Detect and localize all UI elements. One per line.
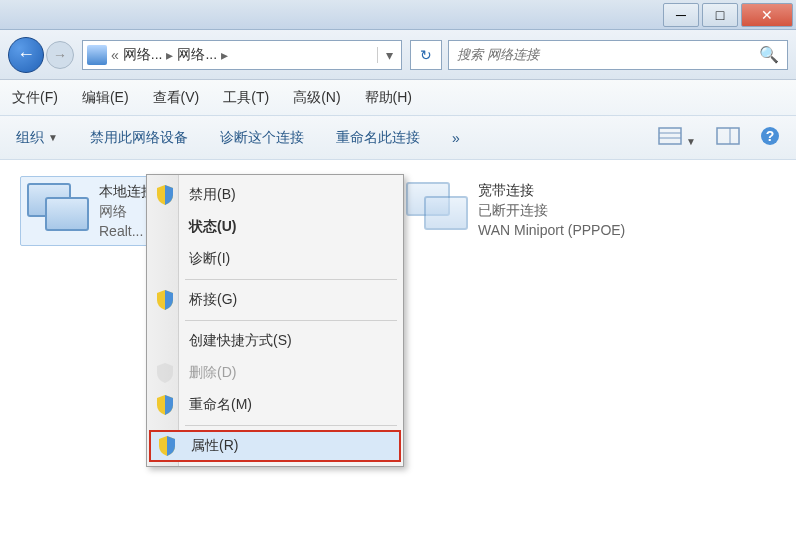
organize-label: 组织 — [16, 129, 44, 147]
navigation-bar: ← → « 网络... ▸ 网络... ▸ ▾ ↻ 🔍 — [0, 30, 796, 80]
ctx-label: 重命名(M) — [189, 396, 252, 414]
ctx-label: 创建快捷方式(S) — [189, 332, 292, 350]
shield-icon — [156, 185, 174, 205]
chevron-right-icon[interactable]: ▸ — [164, 47, 175, 63]
view-options-icon[interactable]: ▼ — [658, 127, 696, 148]
shield-icon — [156, 290, 174, 310]
menu-help[interactable]: 帮助(H) — [365, 89, 412, 107]
network-adapter-icon — [27, 183, 91, 239]
command-bar: 组织 ▼ 禁用此网络设备 诊断这个连接 重命名此连接 » ▼ ? — [0, 116, 796, 160]
ctx-disable[interactable]: 禁用(B) — [149, 179, 401, 211]
search-input[interactable] — [457, 47, 759, 62]
breadcrumb-item[interactable]: 网络... — [177, 46, 217, 64]
chevron-down-icon: ▼ — [48, 132, 58, 143]
close-button[interactable]: ✕ — [741, 3, 793, 27]
chevron-down-icon: ▼ — [686, 136, 696, 147]
breadcrumb-dropdown[interactable]: ▾ — [377, 47, 401, 63]
ctx-label: 属性(R) — [191, 437, 238, 455]
ctx-label: 桥接(G) — [189, 291, 237, 309]
search-box[interactable]: 🔍 — [448, 40, 788, 70]
shield-icon — [156, 395, 174, 415]
separator — [185, 320, 397, 321]
menu-tools[interactable]: 工具(T) — [223, 89, 269, 107]
menu-view[interactable]: 查看(V) — [153, 89, 200, 107]
minimize-button[interactable]: ─ — [663, 3, 699, 27]
network-adapter-icon — [406, 182, 470, 238]
ctx-diagnose[interactable]: 诊断(I) — [149, 243, 401, 275]
forward-button[interactable]: → — [46, 41, 74, 69]
breadcrumb-sep: « — [109, 47, 121, 63]
menu-edit[interactable]: 编辑(E) — [82, 89, 129, 107]
separator — [185, 425, 397, 426]
disable-device-button[interactable]: 禁用此网络设备 — [90, 129, 188, 147]
ctx-rename[interactable]: 重命名(M) — [149, 389, 401, 421]
ctx-bridge[interactable]: 桥接(G) — [149, 284, 401, 316]
maximize-button[interactable]: □ — [702, 3, 738, 27]
shield-icon — [156, 363, 174, 383]
breadcrumb[interactable]: « 网络... ▸ 网络... ▸ ▾ — [82, 40, 402, 70]
diagnose-button[interactable]: 诊断这个连接 — [220, 129, 304, 147]
ctx-delete: 删除(D) — [149, 357, 401, 389]
chevron-right-icon[interactable]: ▸ — [219, 47, 230, 63]
connection-device: WAN Miniport (PPPOE) — [478, 222, 625, 238]
menu-file[interactable]: 文件(F) — [12, 89, 58, 107]
refresh-button[interactable]: ↻ — [410, 40, 442, 70]
svg-rect-0 — [659, 128, 681, 144]
window-titlebar: ─ □ ✕ — [0, 0, 796, 30]
network-icon — [87, 45, 107, 65]
svg-text:?: ? — [766, 128, 775, 144]
ctx-label: 删除(D) — [189, 364, 236, 382]
ctx-label: 禁用(B) — [189, 186, 236, 204]
connection-title: 宽带连接 — [478, 182, 625, 200]
organize-button[interactable]: 组织 ▼ — [16, 129, 58, 147]
shield-icon — [158, 436, 176, 456]
connection-broadband[interactable]: 宽带连接 已断开连接 WAN Miniport (PPPOE) — [400, 176, 740, 246]
ctx-properties[interactable]: 属性(R) — [149, 430, 401, 462]
help-icon[interactable]: ? — [760, 126, 780, 149]
svg-rect-3 — [717, 128, 739, 144]
connection-status: 已断开连接 — [478, 202, 625, 220]
ctx-status[interactable]: 状态(U) — [149, 211, 401, 243]
breadcrumb-item[interactable]: 网络... — [123, 46, 163, 64]
overflow-button[interactable]: » — [452, 130, 460, 146]
content-area: 本地连接 网络 Realt... 宽带连接 已断开连接 WAN Miniport… — [0, 160, 796, 556]
ctx-label: 诊断(I) — [189, 250, 230, 268]
preview-pane-icon[interactable] — [716, 127, 740, 148]
separator — [185, 279, 397, 280]
ctx-label: 状态(U) — [189, 218, 236, 236]
search-icon[interactable]: 🔍 — [759, 45, 779, 64]
rename-button[interactable]: 重命名此连接 — [336, 129, 420, 147]
menu-advanced[interactable]: 高级(N) — [293, 89, 340, 107]
menu-bar: 文件(F) 编辑(E) 查看(V) 工具(T) 高级(N) 帮助(H) — [0, 80, 796, 116]
back-button[interactable]: ← — [8, 37, 44, 73]
context-menu: 禁用(B) 状态(U) 诊断(I) 桥接(G) 创建快捷方式(S) 删除(D) … — [146, 174, 404, 467]
ctx-shortcut[interactable]: 创建快捷方式(S) — [149, 325, 401, 357]
